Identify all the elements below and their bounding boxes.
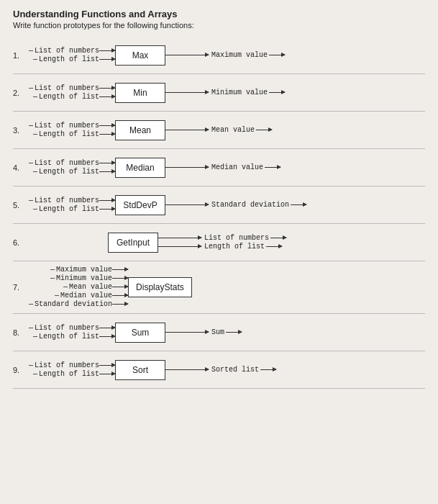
- input-label: Length of list: [39, 205, 99, 213]
- output-line: Mean value: [165, 126, 272, 134]
- input-line: —Length of list: [33, 205, 115, 213]
- trailing-arrow: [269, 55, 285, 55]
- input-line: —Standard deviation: [29, 300, 128, 308]
- input-line: —List of numbers: [29, 84, 115, 92]
- inputs-block: —List of numbers—Length of list: [29, 197, 115, 214]
- output-arrow: [165, 332, 209, 333]
- input-label: Length of list: [39, 93, 99, 101]
- output-line: Minimum value: [165, 89, 285, 96]
- subtitle: Write function prototypes for the follow…: [13, 21, 425, 30]
- row-number: 7.: [13, 283, 26, 292]
- outputs-block: Minimum value: [165, 89, 285, 97]
- function-box: DisplayStats: [128, 277, 192, 297]
- input-label: Standard deviation: [35, 300, 112, 308]
- output-arrow: [165, 130, 209, 130]
- input-arrow: [99, 163, 115, 163]
- input-line: —List of numbers: [29, 122, 115, 130]
- output-label: Maximum value: [211, 51, 268, 59]
- input-label: List of numbers: [35, 197, 99, 204]
- output-arrow: [158, 246, 201, 247]
- input-arrow: [99, 200, 115, 201]
- input-line: —List of numbers: [29, 159, 115, 167]
- output-line: Length of list: [158, 243, 282, 251]
- inputs-block: —List of numbers—Length of list: [29, 159, 115, 176]
- input-line: —Length of list: [33, 168, 115, 176]
- trailing-arrow: [256, 130, 272, 130]
- output-label: Length of list: [204, 243, 265, 251]
- function-box: Sort: [115, 360, 165, 380]
- input-arrow: [99, 96, 115, 97]
- function-box: GetInput: [108, 233, 158, 253]
- row-number: 8.: [13, 328, 26, 337]
- inputs-block: —List of numbers—Length of list: [29, 324, 115, 341]
- outputs-block: Sum: [165, 328, 252, 337]
- trailing-arrow: [291, 204, 306, 205]
- input-label: Length of list: [39, 370, 99, 378]
- trailing-arrow: [270, 238, 286, 238]
- trailing-arrow: [266, 246, 282, 247]
- function-row: 6.GetInputList of numbersLength of list: [13, 224, 425, 261]
- input-label: Median value: [60, 292, 112, 300]
- inputs-block: —Maximum value—Minimum value—Mean value—…: [29, 266, 128, 309]
- output-line: List of numbers: [158, 234, 286, 242]
- function-row: 4.—List of numbers—Length of listMedianM…: [13, 149, 425, 186]
- input-arrow: [99, 171, 115, 172]
- function-box: Sum: [115, 323, 165, 343]
- input-label: Length of list: [39, 55, 99, 63]
- function-row: 5.—List of numbers—Length of listStdDevP…: [13, 186, 425, 224]
- output-label: Sum: [211, 328, 224, 336]
- output-line: Sorted list: [165, 366, 276, 374]
- input-arrow: [112, 278, 128, 279]
- input-label: Length of list: [39, 168, 99, 176]
- input-line: —Mean value: [63, 283, 128, 291]
- input-label: List of numbers: [35, 84, 99, 92]
- input-line: —Length of list: [33, 93, 115, 101]
- output-arrow: [165, 92, 209, 93]
- outputs-block: Median value: [165, 163, 280, 172]
- function-row: 3.—List of numbers—Length of listMeanMea…: [13, 112, 425, 149]
- row-number: 2.: [13, 89, 26, 97]
- outputs-block: Maximum value: [165, 51, 285, 60]
- input-arrow: [99, 88, 115, 89]
- input-arrow: [99, 365, 115, 366]
- function-box: Max: [115, 45, 165, 66]
- inputs-block: —List of numbers—Length of list: [29, 84, 115, 102]
- inputs-block: —List of numbers—Length of list: [29, 122, 115, 139]
- output-label: List of numbers: [204, 234, 269, 242]
- output-arrow: [165, 55, 209, 55]
- output-line: Standard deviation: [165, 201, 306, 209]
- input-arrow: [99, 125, 115, 126]
- output-label: Minimum value: [211, 89, 268, 96]
- input-arrow: [99, 209, 115, 210]
- trailing-arrow: [265, 167, 280, 168]
- function-box: Min: [115, 83, 165, 103]
- inputs-block: —List of numbers—Length of list: [29, 361, 115, 379]
- inputs-block: —List of numbers—Length of list: [29, 47, 115, 64]
- trailing-arrow: [226, 332, 242, 333]
- input-arrow: [112, 287, 128, 287]
- input-line: —List of numbers: [29, 197, 115, 204]
- trailing-arrow: [260, 369, 276, 370]
- function-row: 1.—List of numbers—Length of listMaxMaxi…: [13, 37, 425, 74]
- input-label: List of numbers: [35, 122, 99, 130]
- input-label: Length of list: [39, 333, 99, 341]
- page-title: Understanding Functions and Arrays: [13, 9, 425, 19]
- input-arrow: [99, 50, 115, 51]
- input-line: —Length of list: [33, 130, 115, 138]
- function-box: Mean: [115, 120, 165, 140]
- input-label: List of numbers: [35, 159, 99, 167]
- trailing-arrow: [269, 92, 285, 93]
- row-number: 6.: [13, 238, 26, 247]
- outputs-block: Mean value: [165, 126, 272, 135]
- outputs-block: Standard deviation: [165, 201, 306, 210]
- input-line: —Length of list: [33, 55, 115, 63]
- function-row: 8.—List of numbers—Length of listSumSum: [13, 314, 425, 351]
- input-label: Mean value: [69, 283, 112, 291]
- output-label: Standard deviation: [211, 201, 289, 209]
- output-line: Median value: [165, 163, 280, 171]
- output-label: Sorted list: [211, 366, 259, 374]
- row-number: 4.: [13, 163, 26, 172]
- output-line: Maximum value: [165, 51, 285, 59]
- input-line: —Minimum value: [50, 274, 128, 282]
- input-line: —List of numbers: [29, 47, 115, 55]
